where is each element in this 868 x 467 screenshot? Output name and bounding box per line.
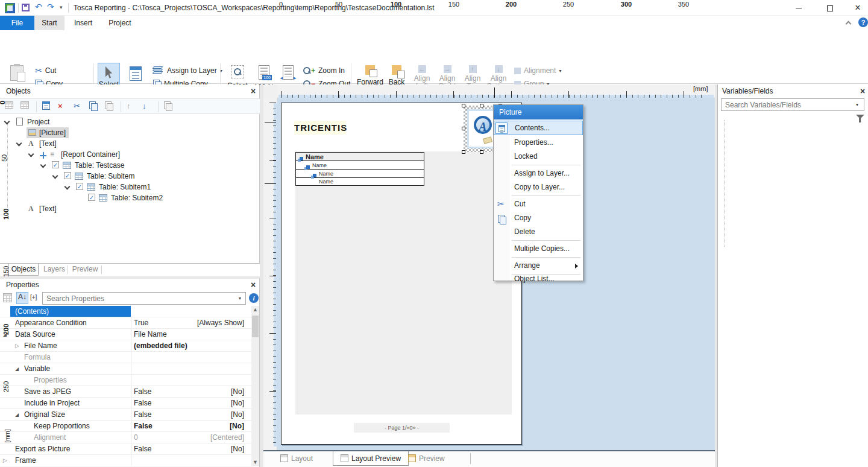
- page-footer-text[interactable]: - Page 1/«0» -: [354, 423, 450, 433]
- chevron-down-icon[interactable]: [64, 184, 71, 190]
- property-row-save-as-jpeg[interactable]: Save as JPEG False [No]: [0, 386, 251, 398]
- report-structure-icon[interactable]: [164, 101, 172, 112]
- tab-layout-preview[interactable]: Layout Preview: [333, 451, 409, 466]
- tree-item-table-testcase[interactable]: ✓ Table: Testcase: [0, 160, 252, 171]
- brand-text-object[interactable]: TRICENTIS: [294, 121, 346, 135]
- property-row-properties[interactable]: Properties: [0, 375, 251, 386]
- menu-item-assign-to-layer[interactable]: Assign to Layer...: [494, 167, 583, 180]
- property-row-data-source[interactable]: ◢ Data Source File Name: [0, 329, 251, 340]
- property-row-alignment[interactable]: Alignment 0 [Centered]: [0, 432, 251, 443]
- property-row-formula[interactable]: Formula: [0, 352, 251, 363]
- selection-handle[interactable]: [462, 150, 465, 154]
- expand-all-icon[interactable]: [+]: [30, 294, 37, 300]
- chevron-down-icon[interactable]: [16, 141, 22, 147]
- field-item-subitem1[interactable]: Subitem1: [717, 200, 868, 211]
- property-row-keep-proportions[interactable]: Keep Proportions False [No]: [0, 421, 251, 432]
- menu-item-multiple-copies[interactable]: Multiple Copies...: [494, 242, 583, 256]
- var-item-llfax[interactable]: @LLFAX: [717, 156, 868, 167]
- property-row-contents[interactable]: (Contents): [0, 306, 251, 317]
- chevron-down-icon[interactable]: [52, 173, 58, 179]
- tab-start[interactable]: Start: [34, 16, 64, 30]
- quick-access-dropdown-icon[interactable]: ▾: [60, 4, 63, 10]
- tab-project[interactable]: Project: [104, 16, 136, 30]
- table-row-subitem[interactable]: Name: [296, 161, 424, 170]
- paste-object-icon[interactable]: [105, 101, 113, 112]
- property-row-frame[interactable]: ▷ Frame: [0, 455, 251, 466]
- objects-panel-close-icon[interactable]: ×: [249, 87, 257, 96]
- checkbox-checked-icon[interactable]: ✓: [64, 172, 71, 179]
- cut-object-icon[interactable]: ✂: [74, 101, 80, 111]
- move-up-icon[interactable]: ↑: [127, 101, 131, 111]
- tree-item-text-2[interactable]: A [Text]: [0, 203, 252, 214]
- minimize-button[interactable]: [788, 0, 809, 16]
- alignment-button[interactable]: Alignment ▾: [514, 65, 561, 76]
- menu-item-delete[interactable]: Delete: [494, 225, 583, 239]
- property-row-variable[interactable]: ◢ Variable: [0, 363, 251, 375]
- selection-handle[interactable]: [480, 104, 483, 107]
- var-item-fields[interactable]: Fields: [717, 167, 868, 178]
- field-item-testcase[interactable]: Testcase: [717, 221, 868, 232]
- menu-item-copy-to-layer[interactable]: Copy to Layer...: [494, 180, 583, 194]
- scroll-up-icon[interactable]: ▲: [251, 306, 259, 314]
- property-row-export-as-picture[interactable]: Export as Picture False [No]: [0, 443, 251, 455]
- variables-panel-close-icon[interactable]: ×: [858, 87, 867, 96]
- save-icon[interactable]: [22, 4, 30, 11]
- field-item-subitem[interactable]: Subitem: [717, 189, 868, 200]
- variables-search-input[interactable]: [721, 98, 864, 111]
- field-item-ll[interactable]: LL: [717, 178, 868, 189]
- property-row-appearance-condition[interactable]: Appearance Condition True [Always Show]: [0, 317, 251, 329]
- sort-az-icon[interactable]: A↓: [16, 292, 28, 304]
- tab-preview[interactable]: Preview: [70, 264, 100, 276]
- menu-item-copy[interactable]: Copy: [494, 211, 583, 225]
- tab-objects[interactable]: Objects: [8, 264, 39, 276]
- new-table-icon[interactable]: [5, 101, 13, 111]
- delete-object-icon[interactable]: ×: [58, 101, 63, 111]
- scroll-down-icon[interactable]: ▼: [251, 459, 259, 466]
- properties-panel-close-icon[interactable]: ×: [249, 281, 257, 290]
- info-icon[interactable]: i: [249, 293, 259, 303]
- tab-layout[interactable]: Layout: [280, 451, 313, 466]
- chevron-down-icon[interactable]: [40, 162, 46, 168]
- field-item-subitem2[interactable]: Subitem2: [717, 211, 868, 221]
- var-item-variables[interactable]: <> Variables: [717, 113, 868, 124]
- close-button[interactable]: ×: [848, 0, 868, 16]
- menu-item-arrange[interactable]: Arrange: [494, 259, 583, 273]
- property-row-include-in-project[interactable]: Include in Project False [No]: [0, 398, 251, 409]
- tree-item-table-subitem1[interactable]: ✓ Table: Subitem1: [0, 182, 252, 192]
- collapsed-icon[interactable]: ▷: [3, 455, 7, 466]
- undo-icon[interactable]: ↶: [35, 2, 42, 11]
- var-item-sum-variables[interactable]: Σ Sum variables: [717, 243, 868, 254]
- menu-item-object-list[interactable]: Object List...: [494, 276, 583, 281]
- move-down-icon[interactable]: ↓: [142, 101, 146, 111]
- report-container-region[interactable]: [295, 151, 512, 415]
- menu-item-properties[interactable]: Properties...: [494, 136, 583, 150]
- properties-search-caret-icon[interactable]: ▾: [239, 296, 241, 301]
- tree-item-table-subitem[interactable]: ✓ Table: Subitem: [0, 171, 252, 182]
- variables-search-caret-icon[interactable]: ▾: [856, 102, 858, 107]
- object-list-icon[interactable]: [42, 101, 50, 111]
- selection-handle[interactable]: [462, 127, 465, 130]
- tab-layers[interactable]: Layers: [41, 264, 68, 276]
- var-item-tosca[interactable]: TOSCA: [717, 135, 868, 145]
- checkbox-checked-icon[interactable]: ✓: [52, 161, 59, 168]
- table-row-subitem2[interactable]: Name: [296, 178, 424, 185]
- table-row-subitem1[interactable]: Name: [296, 170, 424, 178]
- chevron-down-icon[interactable]: [4, 119, 10, 125]
- tree-item-project[interactable]: Project: [0, 116, 252, 127]
- help-icon[interactable]: ?: [858, 17, 868, 27]
- tab-file[interactable]: File: [0, 16, 34, 30]
- var-item-project-variables[interactable]: Project variables: [717, 145, 868, 156]
- tree-item-picture[interactable]: [Picture]: [0, 127, 252, 138]
- expanded-icon[interactable]: ◢: [15, 363, 19, 375]
- checkbox-checked-icon[interactable]: ✓: [76, 183, 83, 190]
- property-row-file-name[interactable]: ▷ File Name (embedded file): [0, 340, 251, 352]
- var-item-user-variables[interactable]: User variables: [717, 232, 868, 243]
- selection-handle[interactable]: [462, 104, 465, 107]
- copy-object-icon[interactable]: [89, 101, 97, 112]
- var-item-ll[interactable]: LL: [717, 124, 868, 135]
- zoom-in-button[interactable]: + Zoom In: [303, 65, 345, 76]
- scrollbar-thumb[interactable]: [252, 316, 259, 337]
- properties-search-input[interactable]: [42, 292, 246, 305]
- tree-item-table-subitem2[interactable]: ✓ Table: Subitem2: [0, 192, 252, 203]
- menu-item-locked[interactable]: Locked: [494, 150, 583, 164]
